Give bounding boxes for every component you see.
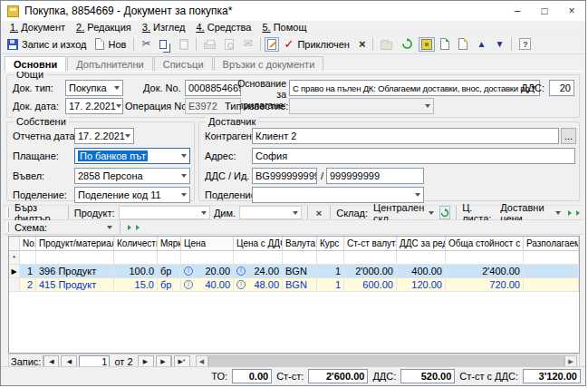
price-note-icon[interactable]: ! xyxy=(236,280,246,289)
accounting-button[interactable] xyxy=(419,37,435,52)
refresh-button[interactable] xyxy=(398,37,417,51)
cell-unit[interactable]: бр xyxy=(158,265,181,278)
cell-unit[interactable]: бр xyxy=(158,278,181,292)
menu-view[interactable]: 3. Изглед xyxy=(137,22,191,33)
cell-total[interactable]: 2'400.00 xyxy=(446,265,524,278)
cut-button[interactable]: ✂ xyxy=(138,37,154,51)
row-selector[interactable] xyxy=(9,278,20,292)
price-note-icon[interactable]: ! xyxy=(184,267,193,276)
supplier-division-combo[interactable] xyxy=(252,187,424,203)
doc-date-picker[interactable]: 17. 2.2021 xyxy=(65,98,123,114)
help-button[interactable]: ? xyxy=(516,37,535,51)
menu-help[interactable]: 5. Помощ xyxy=(256,22,312,33)
vat-no-field[interactable]: BG999999999 xyxy=(252,168,317,184)
new-button[interactable]: Нов xyxy=(92,37,130,51)
contractor-field[interactable]: Клиент 2 xyxy=(252,128,559,144)
dim-filter-combo[interactable] xyxy=(239,206,302,219)
cell-rate[interactable]: 1 xyxy=(317,278,344,292)
completed-toggle[interactable]: ✓ Приключен xyxy=(281,36,353,52)
cell-rate[interactable]: 1 xyxy=(317,265,344,278)
price-list-apply-button[interactable] xyxy=(566,210,582,216)
cancel-document-button[interactable]: × xyxy=(355,36,370,52)
cell-currency[interactable]: BGN xyxy=(283,265,317,278)
col-price[interactable]: Цена xyxy=(181,237,234,251)
move-down-button[interactable]: ▼ xyxy=(491,38,507,51)
export-button[interactable]: ✉ xyxy=(239,37,255,51)
address-field[interactable]: София xyxy=(252,148,575,164)
col-rate[interactable]: Курс xyxy=(317,237,344,251)
report-date-picker[interactable]: 17. 2.2021 xyxy=(74,128,134,144)
print-button[interactable] xyxy=(200,38,219,50)
doc-type-combo[interactable]: Покупка xyxy=(65,80,123,96)
cell-available[interactable] xyxy=(524,278,579,292)
edit-document-button[interactable] xyxy=(265,37,279,52)
col-vat-amount[interactable]: ДДС за реда xyxy=(397,237,446,251)
blank-document-button[interactable] xyxy=(455,37,471,51)
contractor-browse-button[interactable]: ... xyxy=(561,128,576,144)
product-filter-combo[interactable] xyxy=(119,206,210,219)
cell-price-vat[interactable]: !24.00 xyxy=(234,265,283,278)
basis-combo[interactable]: С право на пълен ДК: Облагаеми доставки,… xyxy=(289,80,540,96)
cell-total[interactable]: 720.00 xyxy=(446,278,524,292)
cell-price-vat[interactable]: !48.00 xyxy=(234,278,283,292)
cell-qty[interactable]: 100.0 xyxy=(114,265,158,278)
close-button[interactable]: × xyxy=(558,1,585,21)
tab-vrazki[interactable]: Връзки с документи xyxy=(214,56,324,72)
cell-available[interactable] xyxy=(524,265,579,278)
payment-combo[interactable]: По банков път xyxy=(74,148,190,164)
maximize-button[interactable]: □ xyxy=(531,1,558,21)
cell-currency[interactable]: BGN xyxy=(283,278,317,292)
doc-no-label: Док. No. xyxy=(143,82,181,93)
cell-vat-amount[interactable]: 400.00 xyxy=(397,265,446,278)
save-exit-button[interactable]: Запис и изход xyxy=(4,38,90,51)
col-product[interactable]: Продукт/материал xyxy=(36,237,114,251)
col-qty[interactable]: Количество xyxy=(114,237,158,251)
col-price-vat[interactable]: Цена с ДДС xyxy=(234,237,283,251)
col-total[interactable]: Обща стойност с ДДС xyxy=(446,237,524,251)
cell-product[interactable]: 415 Продукт xyxy=(36,278,114,292)
doc-no-field[interactable]: 0008854669 xyxy=(185,80,241,96)
cell-no[interactable]: 1 xyxy=(20,265,36,278)
price-note-icon[interactable]: ! xyxy=(184,280,193,289)
col-available[interactable]: Разполагаемо кол. xyxy=(524,237,579,251)
price-note-icon[interactable]: ! xyxy=(236,267,246,276)
cell-product[interactable]: 396 Продукт xyxy=(36,265,114,278)
col-no[interactable]: No. xyxy=(20,237,36,251)
menu-document[interactable]: 1. Документ xyxy=(5,22,71,33)
vat-percent-label: ДДС: xyxy=(521,82,545,93)
cell-qty[interactable]: 15.0 xyxy=(114,278,158,292)
cell-vat-amount[interactable]: 120.00 xyxy=(397,278,446,292)
cell-price[interactable]: !40.00 xyxy=(181,278,234,292)
tab-spisatsi[interactable]: Списъци xyxy=(154,56,213,72)
id-no-field[interactable]: 999999999 xyxy=(326,168,424,184)
col-unit[interactable]: Мярка xyxy=(158,237,181,251)
paste-button[interactable] xyxy=(176,38,192,51)
move-up-button[interactable]: ▲ xyxy=(473,38,489,51)
cell-price[interactable]: !20.00 xyxy=(181,265,234,278)
schema-apply-button[interactable] xyxy=(126,225,141,230)
own-division-combo[interactable]: Поделение код 11 xyxy=(74,187,190,203)
grid-row-2[interactable]: 2 415 Продукт 15.0 бр !40.00 !48.00 BGN … xyxy=(9,278,579,292)
warehouse-refresh-button[interactable] xyxy=(439,206,450,219)
menu-tools[interactable]: 4. Средства xyxy=(190,22,256,33)
cell-no[interactable]: 2 xyxy=(20,278,36,292)
copy-document-button[interactable] xyxy=(437,37,453,51)
col-currency[interactable]: Валута xyxy=(283,237,317,251)
tab-osnovni[interactable]: Основни xyxy=(5,56,66,72)
grid-new-row[interactable]: * xyxy=(9,251,579,265)
undo-button[interactable] xyxy=(377,38,396,51)
minimize-button[interactable]: – xyxy=(504,1,531,21)
group-supplier: Доставчик Контрагент: Клиент 2 ... Адрес… xyxy=(198,121,580,201)
copy-button[interactable] xyxy=(156,39,174,50)
col-amount[interactable]: Ст-ст валута xyxy=(344,237,397,251)
grid-row-1[interactable]: ▶ 1 396 Продукт 100.0 бр !20.00 !24.00 B… xyxy=(9,265,579,278)
clear-filter-button[interactable]: × xyxy=(313,208,324,218)
vat-percent-field[interactable]: 20 xyxy=(549,80,574,96)
cell-amount[interactable]: 2'000.00 xyxy=(344,265,397,278)
schema-combo[interactable] xyxy=(51,226,114,229)
entered-by-combo[interactable]: 2858 Персона xyxy=(74,168,190,184)
cell-amount[interactable]: 600.00 xyxy=(344,278,397,292)
print-preview-button[interactable] xyxy=(221,38,237,51)
menu-edit[interactable]: 2. Редакция xyxy=(71,22,137,33)
tab-dopalnitelni[interactable]: Допълнителни xyxy=(67,56,152,72)
